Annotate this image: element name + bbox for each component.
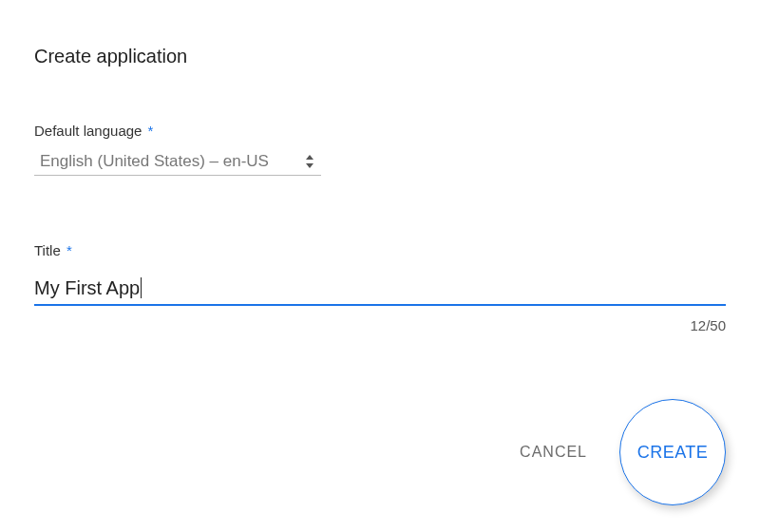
page-title: Create application bbox=[34, 46, 726, 67]
default-language-value: English (United States) – en-US bbox=[40, 152, 269, 170]
default-language-field: Default language * English (United State… bbox=[34, 123, 726, 176]
required-asterisk: * bbox=[148, 123, 154, 139]
default-language-label: Default language * bbox=[34, 123, 726, 139]
create-button[interactable]: CREATE bbox=[619, 399, 726, 505]
chevron-updown-icon bbox=[306, 155, 315, 168]
title-label: Title * bbox=[34, 242, 726, 258]
required-asterisk: * bbox=[66, 242, 72, 258]
title-field: Title * My First App 12/50 bbox=[34, 242, 726, 333]
dialog-actions: CANCEL CREATE bbox=[520, 399, 726, 505]
label-text: Title bbox=[34, 242, 61, 258]
cancel-button[interactable]: CANCEL bbox=[520, 444, 587, 461]
title-input-wrap[interactable]: My First App bbox=[34, 276, 726, 306]
label-text: Default language bbox=[34, 123, 142, 139]
title-input[interactable]: My First App bbox=[34, 277, 142, 298]
title-char-counter: 12/50 bbox=[34, 317, 726, 333]
default-language-select[interactable]: English (United States) – en-US bbox=[34, 148, 321, 176]
